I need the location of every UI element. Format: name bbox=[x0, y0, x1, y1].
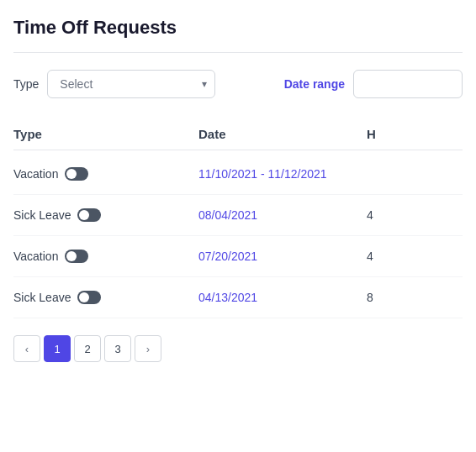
date-cell: 11/10/2021 - 11/12/2021 bbox=[198, 167, 367, 181]
filters-row: Type Select Vacation Sick Leave ▾ Date r… bbox=[13, 70, 463, 98]
pagination-prev-button[interactable]: ‹ bbox=[13, 335, 40, 362]
hours-cell: 8 bbox=[367, 291, 463, 304]
type-filter-group: Type Select Vacation Sick Leave ▾ bbox=[13, 70, 215, 98]
toggle-icon bbox=[65, 250, 88, 263]
table-row: Sick Leave 08/04/2021 4 bbox=[13, 195, 463, 236]
hours-cell: 4 bbox=[367, 208, 463, 222]
header-date: Date bbox=[198, 127, 367, 141]
date-cell: 07/20/2021 bbox=[198, 250, 367, 263]
type-text: Sick Leave bbox=[13, 208, 71, 222]
pagination-page-2-button[interactable]: 2 bbox=[74, 335, 101, 362]
type-select[interactable]: Select Vacation Sick Leave bbox=[47, 70, 215, 98]
type-cell: Vacation bbox=[13, 167, 198, 181]
date-range-group: Date range bbox=[284, 70, 463, 98]
type-cell: Vacation bbox=[13, 250, 198, 263]
date-range-input[interactable] bbox=[353, 70, 463, 98]
header-type: Type bbox=[13, 127, 198, 141]
date-range-label: Date range bbox=[284, 77, 345, 91]
header-hours: H bbox=[367, 127, 463, 141]
type-text: Vacation bbox=[13, 250, 58, 263]
toggle-icon bbox=[77, 208, 101, 222]
date-cell: 08/04/2021 bbox=[198, 208, 367, 222]
page-container: Time Off Requests Type Select Vacation S… bbox=[0, 0, 476, 379]
type-select-wrapper: Select Vacation Sick Leave ▾ bbox=[47, 70, 215, 98]
table-container: Type Date H Vacation 11/10/2021 - 11/12/… bbox=[13, 118, 463, 318]
date-cell: 04/13/2021 bbox=[198, 291, 367, 304]
table-row: Vacation 07/20/2021 4 bbox=[13, 236, 463, 277]
hours-cell: 4 bbox=[367, 250, 463, 263]
table-header: Type Date H bbox=[13, 118, 463, 150]
pagination-page-3-button[interactable]: 3 bbox=[104, 335, 131, 362]
table-row: Vacation 11/10/2021 - 11/12/2021 bbox=[13, 154, 463, 195]
table-row: Sick Leave 04/13/2021 8 bbox=[13, 277, 463, 318]
pagination-next-button[interactable]: › bbox=[135, 335, 161, 362]
table-body: Vacation 11/10/2021 - 11/12/2021 Sick Le… bbox=[13, 154, 463, 318]
type-filter-label: Type bbox=[13, 77, 39, 91]
page-title: Time Off Requests bbox=[13, 17, 463, 53]
type-text: Sick Leave bbox=[13, 291, 71, 304]
type-text: Vacation bbox=[13, 167, 58, 181]
toggle-icon bbox=[77, 291, 101, 304]
pagination-row: ‹ 1 2 3 › bbox=[13, 335, 463, 362]
type-cell: Sick Leave bbox=[13, 208, 198, 222]
toggle-icon bbox=[65, 167, 88, 181]
type-cell: Sick Leave bbox=[13, 291, 198, 304]
pagination-page-1-button[interactable]: 1 bbox=[44, 335, 71, 362]
